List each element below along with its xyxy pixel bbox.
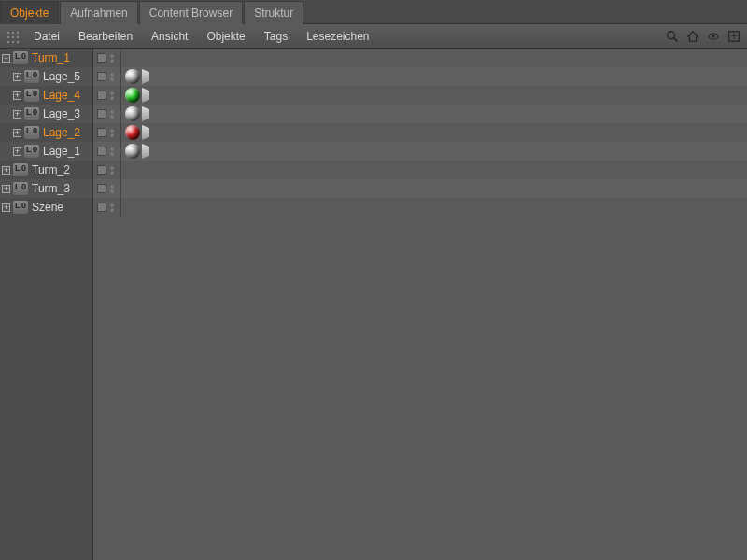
material-tag-icon[interactable] — [125, 144, 140, 159]
tree-expander[interactable]: + — [13, 73, 21, 81]
tag-row — [93, 198, 747, 217]
tree-expander[interactable]: + — [13, 91, 21, 100]
material-tag-icon[interactable] — [125, 69, 140, 84]
editor-visibility-dot[interactable] — [110, 91, 114, 95]
editor-visibility-dot[interactable] — [110, 73, 114, 77]
render-visibility-dot[interactable] — [110, 208, 114, 212]
tree-row[interactable]: +Lage_2 — [0, 123, 92, 142]
visibility-cell[interactable] — [93, 179, 121, 198]
editor-visibility-dot[interactable] — [110, 129, 114, 133]
selection-tag-icon[interactable] — [142, 88, 149, 103]
visibility-cell[interactable] — [93, 142, 121, 161]
svg-point-0 — [668, 31, 675, 38]
menu-ansicht[interactable]: Ansicht — [142, 30, 197, 43]
object-label[interactable]: Lage_4 — [43, 89, 80, 102]
editor-visibility-dot[interactable] — [110, 166, 114, 170]
tag-row — [93, 123, 747, 142]
layer-swatch-icon[interactable] — [97, 53, 106, 63]
material-tag-icon[interactable] — [125, 106, 140, 121]
editor-visibility-dot[interactable] — [110, 185, 114, 189]
tree-row[interactable]: +Turm_2 — [0, 161, 92, 179]
material-tag-icon[interactable] — [125, 88, 140, 103]
tree-row[interactable]: +Lage_1 — [0, 142, 92, 161]
tree-expander[interactable]: + — [2, 185, 10, 193]
render-visibility-dot[interactable] — [110, 59, 114, 63]
material-tag-icon[interactable] — [125, 125, 140, 140]
selection-tag-icon[interactable] — [142, 106, 149, 121]
object-label[interactable]: Lage_2 — [43, 126, 80, 139]
visibility-cell[interactable] — [93, 123, 121, 142]
tab-aufnahmen[interactable]: Aufnahmen — [60, 1, 137, 24]
eye-icon[interactable] — [706, 29, 721, 44]
layer-swatch-icon[interactable] — [97, 109, 106, 119]
null-object-icon — [24, 126, 39, 139]
render-visibility-dot[interactable] — [110, 171, 114, 175]
render-visibility-dot[interactable] — [110, 189, 114, 193]
render-visibility-dot[interactable] — [110, 133, 114, 137]
editor-visibility-dot[interactable] — [110, 110, 114, 114]
editor-visibility-dot[interactable] — [110, 147, 114, 151]
menu-tags[interactable]: Tags — [255, 30, 297, 43]
tree-row[interactable]: +Lage_5 — [0, 67, 92, 86]
object-label[interactable]: Turm_3 — [32, 182, 70, 195]
object-label[interactable]: Lage_1 — [43, 145, 80, 158]
object-manager-tree: −Turm_1+Lage_5+Lage_4+Lage_3+Lage_2+Lage… — [0, 49, 747, 560]
panel-grip-icon[interactable] — [6, 30, 19, 43]
selection-tag-icon[interactable] — [142, 69, 149, 84]
editor-visibility-dot[interactable] — [110, 54, 114, 58]
layer-swatch-icon[interactable] — [97, 184, 106, 193]
menu-lesezeichen[interactable]: Lesezeichen — [297, 30, 378, 43]
tree-expander[interactable]: + — [13, 147, 21, 156]
visibility-cell[interactable] — [93, 161, 121, 179]
render-visibility-dot[interactable] — [110, 115, 114, 119]
render-visibility-dot[interactable] — [110, 152, 114, 156]
visibility-cell[interactable] — [93, 67, 121, 86]
render-visibility-dot[interactable] — [110, 96, 114, 100]
visibility-cell[interactable] — [93, 198, 121, 217]
visibility-cell[interactable] — [93, 105, 121, 123]
tree-expander[interactable]: + — [2, 203, 10, 212]
menu-datei[interactable]: Datei — [24, 30, 69, 43]
tag-row — [93, 67, 747, 86]
tree-row[interactable]: +Turm_3 — [0, 179, 92, 198]
selection-tag-icon[interactable] — [142, 144, 149, 159]
tree-expander[interactable]: + — [2, 166, 10, 175]
render-visibility-dot[interactable] — [110, 77, 114, 81]
tree-row[interactable]: +Szene — [0, 198, 92, 217]
tree-row[interactable]: +Lage_3 — [0, 105, 92, 123]
search-icon[interactable] — [665, 29, 680, 44]
home-icon[interactable] — [685, 29, 700, 44]
layer-swatch-icon[interactable] — [97, 203, 106, 212]
menu-objekte[interactable]: Objekte — [197, 30, 254, 43]
maximize-icon[interactable] — [726, 29, 741, 44]
editor-visibility-dot[interactable] — [110, 203, 114, 207]
tag-row — [93, 161, 747, 179]
object-label[interactable]: Lage_5 — [43, 70, 80, 83]
tab-objekte[interactable]: Objekte — [0, 1, 59, 24]
visibility-cell[interactable] — [93, 49, 121, 67]
tab-content-browser[interactable]: Content Browser — [139, 1, 243, 24]
layer-swatch-icon[interactable] — [97, 147, 106, 156]
tab-struktur[interactable]: Struktur — [244, 1, 303, 24]
layer-swatch-icon[interactable] — [97, 91, 106, 100]
null-object-icon — [13, 51, 28, 64]
tree-expander[interactable]: − — [2, 54, 10, 63]
object-label[interactable]: Turm_2 — [32, 163, 70, 176]
tree-row[interactable]: +Lage_4 — [0, 86, 92, 105]
visibility-cell[interactable] — [93, 86, 121, 105]
object-label[interactable]: Szene — [32, 201, 63, 214]
tree-expander[interactable]: + — [13, 110, 21, 119]
tag-row — [93, 49, 747, 67]
tag-row — [93, 86, 747, 105]
layer-swatch-icon[interactable] — [97, 128, 106, 137]
object-label[interactable]: Turm_1 — [32, 51, 70, 64]
tag-row — [93, 105, 747, 123]
tree-expander[interactable]: + — [13, 129, 21, 137]
menu-bearbeiten[interactable]: Bearbeiten — [69, 30, 142, 43]
layer-swatch-icon[interactable] — [97, 165, 106, 175]
panel-tabs: Objekte Aufnahmen Content Browser Strukt… — [0, 0, 747, 24]
tree-row[interactable]: −Turm_1 — [0, 49, 92, 67]
layer-swatch-icon[interactable] — [97, 72, 106, 81]
object-label[interactable]: Lage_3 — [43, 107, 80, 120]
selection-tag-icon[interactable] — [142, 125, 149, 140]
